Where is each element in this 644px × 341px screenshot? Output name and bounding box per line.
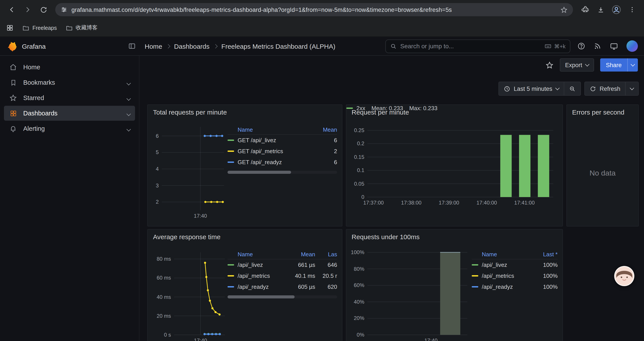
- sidebar-item-home[interactable]: Home: [4, 60, 135, 75]
- sidebar-item-bookmarks[interactable]: Bookmarks: [4, 75, 135, 90]
- legend-series-name[interactable]: /api/_metrics: [228, 272, 286, 279]
- grafana-logo-icon: [6, 40, 18, 52]
- y-tick-label: 60 ms: [157, 275, 171, 281]
- legend-scrollbar-thumb[interactable]: [228, 171, 291, 174]
- url-bar[interactable]: grafana.mathmast.com/d/deytv4rwavabkb/fr…: [55, 3, 573, 16]
- y-tick-label: 4: [156, 166, 159, 172]
- y-tick-label: 5: [156, 149, 159, 156]
- legend-value: 40.1 ms: [289, 272, 315, 279]
- panel-title[interactable]: Requests under 100ms: [352, 233, 420, 240]
- legend-series-name[interactable]: /api/_livez: [472, 261, 530, 268]
- panel-errors-per-second: Errors per second No data: [566, 104, 639, 226]
- legend-scrollbar-track[interactable]: [228, 171, 337, 174]
- legend-scrollbar-thumb[interactable]: [228, 295, 294, 298]
- profile-avatar-icon[interactable]: [609, 2, 624, 17]
- x-tick-label: 17:39:00: [432, 200, 466, 206]
- legend-series-name[interactable]: /api/_readyz: [228, 283, 286, 290]
- sidebar-item-starred[interactable]: Starred: [4, 90, 135, 105]
- legend-series-name[interactable]: GET /api/_readyz: [228, 159, 311, 165]
- y-tick-label: 40 ms: [157, 294, 171, 300]
- panel-title[interactable]: Total requests per minute: [153, 108, 227, 116]
- legend-series-name[interactable]: /api/_metrics: [472, 272, 530, 279]
- legend-series-name[interactable]: GET /api/_metrics: [228, 148, 311, 154]
- panel-title[interactable]: Average response time: [153, 233, 220, 240]
- news-rss-icon[interactable]: [594, 42, 602, 50]
- bookmark-item-blog[interactable]: 收藏博客: [66, 24, 98, 32]
- refresh-button[interactable]: Refresh: [584, 82, 625, 95]
- chevron-down-icon[interactable]: [127, 110, 130, 117]
- monitor-icon[interactable]: [610, 42, 618, 50]
- y-tick-label: 80 ms: [157, 256, 171, 262]
- panel-title[interactable]: Request per minute: [352, 108, 409, 116]
- legend-series-name[interactable]: /api/_livez: [228, 261, 286, 268]
- legend-table: NameMeanGET /api/_livez6GET /api/_metric…: [228, 125, 337, 174]
- search-input[interactable]: Search or jump to... ⌘+k: [385, 39, 570, 53]
- legend-row: GET /api/_readyz6: [228, 157, 337, 168]
- floating-assistant-avatar[interactable]: [614, 266, 634, 286]
- legend-series-name[interactable]: /api/_readyz: [472, 283, 530, 290]
- export-button[interactable]: Export: [560, 58, 594, 72]
- legend-column-header[interactable]: Name: [228, 251, 286, 258]
- bar: [500, 135, 512, 197]
- series-color-dash: [228, 162, 234, 163]
- legend-column-header[interactable]: Last *: [533, 251, 558, 258]
- refresh-interval-button[interactable]: [625, 82, 638, 95]
- chart-under-100ms-svg: [349, 249, 472, 341]
- sidebar-item-dashboards[interactable]: Dashboards: [4, 106, 135, 121]
- series-color-dash: [228, 140, 234, 141]
- legend-column-header[interactable]: Mean: [289, 251, 315, 258]
- folder-icon: [22, 24, 29, 31]
- legend-name-text: /api/_livez: [238, 261, 263, 268]
- clock-icon: [504, 85, 510, 92]
- x-tick-label: 17:38:00: [394, 200, 429, 206]
- back-icon[interactable]: [4, 2, 19, 17]
- series-color-dash: [472, 286, 478, 287]
- y-tick-label: 0: [362, 194, 364, 200]
- favorite-star-icon[interactable]: [545, 61, 554, 69]
- dock-sidebar-icon[interactable]: [128, 42, 136, 50]
- download-icon[interactable]: [593, 2, 608, 17]
- time-range-button[interactable]: Last 5 minutes: [499, 82, 564, 95]
- x-tick-label: 17:40: [414, 337, 448, 341]
- panel-title[interactable]: Errors per second: [572, 108, 624, 116]
- y-tick-label: 60%: [354, 282, 364, 288]
- breadcrumb-dashboards[interactable]: Dashboards: [174, 42, 210, 50]
- zoom-out-icon: [569, 85, 576, 92]
- legend-value: 605 µs: [289, 283, 315, 290]
- legend-value: 620: [319, 283, 337, 290]
- legend-column-header[interactable]: Name: [228, 126, 311, 133]
- share-button[interactable]: Share: [600, 58, 627, 72]
- forward-icon[interactable]: [20, 2, 35, 17]
- zoom-out-button[interactable]: [564, 82, 580, 95]
- legend-scrollbar-track[interactable]: [228, 295, 337, 298]
- chevron-down-icon[interactable]: [127, 125, 130, 132]
- apps-grid-icon[interactable]: [6, 24, 14, 32]
- reload-icon[interactable]: [36, 2, 51, 17]
- breadcrumb-home[interactable]: Home: [145, 42, 162, 50]
- browser-menu-icon[interactable]: [625, 2, 640, 17]
- no-data-message: No data: [567, 169, 638, 178]
- user-avatar[interactable]: [626, 40, 638, 52]
- legend-column-header[interactable]: Name: [472, 251, 530, 258]
- dashboard-canvas: Last 5 minutes Refresh Total requests pe…: [140, 74, 644, 341]
- panel-request-per-minute: Request per minute 0.250.20.150.10.05017…: [346, 104, 563, 226]
- chevron-down-icon: [631, 62, 635, 66]
- extensions-icon[interactable]: [577, 2, 592, 17]
- sidebar-item-alerting[interactable]: Alerting: [4, 121, 135, 136]
- chevron-down-icon[interactable]: [127, 79, 130, 86]
- bookmark-star-icon[interactable]: [560, 6, 568, 14]
- url-text[interactable]: grafana.mathmast.com/d/deytv4rwavabkb/fr…: [72, 6, 556, 13]
- site-settings-icon[interactable]: [60, 6, 68, 13]
- chevron-down-icon[interactable]: [127, 94, 130, 101]
- y-tick-label: 40%: [354, 299, 364, 305]
- bookmark-item-freeleaps[interactable]: Freeleaps: [22, 24, 57, 31]
- help-icon[interactable]: [577, 42, 585, 50]
- legend-column-header[interactable]: Mean: [314, 126, 337, 133]
- legend-series-name[interactable]: GET /api/_livez: [228, 137, 311, 144]
- y-tick-label: 2: [156, 199, 159, 205]
- legend-column-header[interactable]: Las: [319, 251, 337, 258]
- legend-max: Max: 0.233: [409, 105, 438, 112]
- series-color-dash: [472, 275, 478, 276]
- sidebar-item-label: Bookmarks: [23, 79, 55, 86]
- share-menu-button[interactable]: [627, 58, 638, 72]
